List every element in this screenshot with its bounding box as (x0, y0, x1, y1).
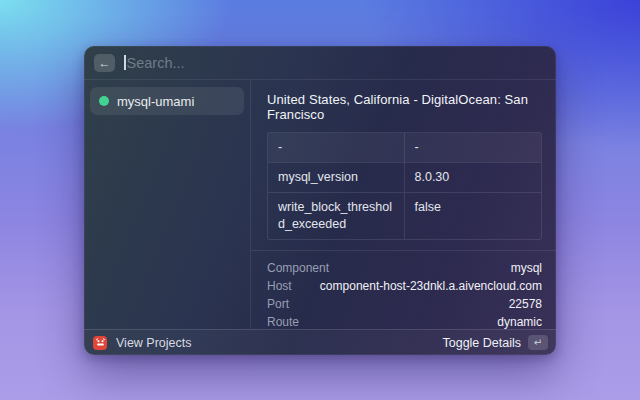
text-caret (124, 55, 126, 70)
table-cell: mysql_version (268, 163, 405, 192)
table-cell: 8.0.30 (405, 163, 542, 192)
metadata-row: Route dynamic (267, 313, 542, 330)
table-cell: - (405, 133, 542, 162)
metadata-label: Route (267, 315, 299, 329)
metadata-row: Port 22578 (267, 295, 542, 313)
window-body: mysql-umami United States, California - … (84, 80, 556, 329)
detail-panel: United States, California - DigitalOcean… (251, 80, 556, 329)
table-cell: write_block_threshold_exceeded (268, 193, 405, 239)
table-cell: - (268, 133, 405, 162)
metadata-row: Component mysql (267, 259, 542, 277)
service-status-dot-icon (99, 96, 109, 106)
table-row: mysql_version 8.0.30 (268, 162, 541, 192)
table-cell: false (405, 193, 542, 239)
metadata-value: mysql (511, 261, 542, 275)
list-item-label: mysql-umami (117, 94, 194, 109)
results-sidebar: mysql-umami (84, 80, 251, 329)
toggle-details-label: Toggle Details (442, 336, 521, 350)
detail-title: United States, California - DigitalOcean… (267, 92, 542, 122)
metadata-value: component-host-23dnkl.a.aivencloud.com (320, 279, 542, 293)
toggle-details-button[interactable]: Toggle Details ↵ (442, 335, 548, 350)
search-bar: ← (84, 46, 556, 80)
metadata-value: 22578 (509, 297, 542, 311)
table-row: write_block_threshold_exceeded false (268, 192, 541, 239)
footer-bar: View Projects Toggle Details ↵ (84, 329, 556, 355)
list-item-mysql-umami[interactable]: mysql-umami (90, 87, 244, 115)
search-input[interactable] (127, 55, 547, 71)
metadata-row: Host component-host-23dnkl.a.aivencloud.… (267, 277, 542, 295)
component-section: Component mysql Host component-host-23dn… (267, 251, 542, 330)
view-projects-label[interactable]: View Projects (116, 336, 192, 350)
aiven-app-icon (93, 336, 107, 350)
command-palette-window: ← mysql-umami United States, California … (84, 46, 556, 355)
back-button[interactable]: ← (94, 54, 115, 72)
back-arrow-icon: ← (99, 57, 111, 69)
metadata-label: Component (267, 261, 329, 275)
metadata-label: Port (267, 297, 289, 311)
metadata-label: Host (267, 279, 292, 293)
metrics-table: - - mysql_version 8.0.30 write_block_thr… (267, 132, 542, 240)
enter-key-icon: ↵ (528, 335, 548, 350)
table-row: - - (268, 133, 541, 162)
metadata-value: dynamic (497, 315, 542, 329)
crab-logo-icon (95, 337, 106, 348)
